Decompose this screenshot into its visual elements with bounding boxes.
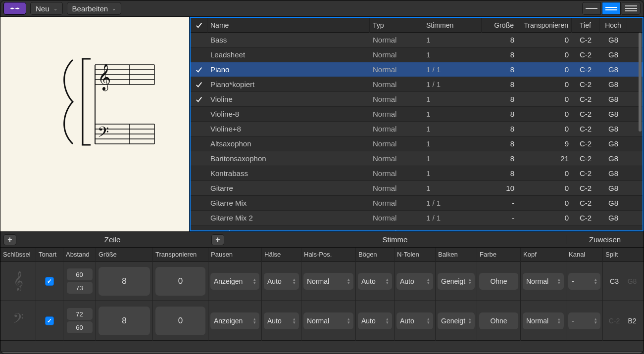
add-stimme-button[interactable]: +	[211, 234, 224, 245]
row-high[interactable]: G8	[599, 47, 627, 62]
color-select[interactable]: Ohne	[477, 262, 521, 301]
row-transpose[interactable]: 21	[517, 151, 572, 166]
row-low[interactable]: C-2	[572, 47, 599, 62]
row-check[interactable]	[191, 47, 207, 62]
col-transpose[interactable]: Transponieren	[517, 18, 572, 33]
key-checkbox[interactable]: ✓	[36, 262, 63, 301]
resize-handle[interactable]	[0, 352, 644, 354]
row-check[interactable]	[191, 151, 207, 166]
chan-select[interactable]: -▴▾	[566, 262, 603, 301]
row-low[interactable]: C-2	[572, 166, 599, 181]
view-expanded[interactable]	[622, 2, 641, 15]
col-type[interactable]: Typ	[370, 18, 423, 33]
clef-selector[interactable]: 𝄢	[0, 301, 36, 341]
row-high[interactable]: G8	[599, 77, 627, 92]
row-high[interactable]: G8	[599, 181, 627, 196]
row-size[interactable]: 8	[482, 136, 517, 151]
table-row[interactable]: Piano*kopiertNormal1 / 180C-2G8	[191, 77, 643, 92]
scrollbar[interactable]	[639, 33, 642, 132]
row-size[interactable]: -	[482, 211, 517, 225]
row-check[interactable]	[191, 122, 207, 136]
row-low[interactable]: C-2	[572, 107, 599, 122]
stempos-select[interactable]: Normal▴▾	[301, 262, 356, 301]
chan-select[interactable]: -▴▾	[566, 301, 603, 341]
row-transpose[interactable]: 0	[517, 122, 572, 136]
row-low[interactable]: C-2	[572, 62, 599, 77]
row-high[interactable]: G8	[599, 62, 627, 77]
stem-select[interactable]: Auto▴▾	[262, 301, 301, 341]
row-transpose[interactable]: 9	[517, 136, 572, 151]
link-button[interactable]	[3, 2, 26, 15]
table-row[interactable]: Horn in EsNormal18-3C-2G8	[191, 225, 643, 230]
row-transpose[interactable]: 0	[517, 92, 572, 107]
col-check[interactable]	[191, 18, 207, 33]
trans-field[interactable]: 0	[153, 262, 208, 301]
col-high[interactable]: Hoch	[599, 18, 627, 33]
distance-field[interactable]: 6073	[63, 262, 96, 301]
row-check[interactable]	[191, 225, 207, 231]
color-select[interactable]: Ohne	[477, 301, 521, 341]
staff-style-table[interactable]: Name Typ Stimmen Größe Transponieren Tie…	[190, 17, 644, 231]
table-row[interactable]: KontrabassNormal180C-2G8	[191, 166, 643, 181]
row-size[interactable]: 8	[482, 151, 517, 166]
beam-select[interactable]: Geneigt▴▾	[436, 301, 477, 341]
row-size[interactable]: 8	[482, 166, 517, 181]
row-check[interactable]	[191, 77, 207, 92]
row-check[interactable]	[191, 107, 207, 122]
stem-select[interactable]: Auto▴▾	[262, 262, 301, 301]
table-row[interactable]: Gitarre Mix 2Normal1 / 1-0C-2G8	[191, 211, 643, 225]
row-transpose[interactable]: 0	[517, 47, 572, 62]
row-high[interactable]: G8	[599, 136, 627, 151]
table-row[interactable]: ViolineNormal180C-2G8	[191, 92, 643, 107]
size-field[interactable]: 8	[96, 262, 153, 301]
head-select[interactable]: Normal▴▾	[521, 262, 566, 301]
row-transpose[interactable]: 0	[517, 211, 572, 225]
table-row[interactable]: Violine+8Normal180C-2G8	[191, 122, 643, 136]
split-field[interactable]: C3 G8	[603, 262, 644, 301]
neu-dropdown[interactable]: Neu ⌄	[30, 2, 63, 15]
bow-select[interactable]: Auto▴▾	[356, 262, 395, 301]
row-transpose[interactable]: 0	[517, 196, 572, 211]
table-row[interactable]: BaritonsaxophonNormal1821C-2G8	[191, 151, 643, 166]
row-transpose[interactable]: 0	[517, 77, 572, 92]
row-size[interactable]: 8	[482, 62, 517, 77]
stempos-select[interactable]: Normal▴▾	[301, 301, 356, 341]
row-low[interactable]: C-2	[572, 77, 599, 92]
row-transpose[interactable]: 0	[517, 62, 572, 77]
row-transpose[interactable]: 0	[517, 181, 572, 196]
add-zeile-button[interactable]: +	[3, 234, 16, 245]
rest-select[interactable]: Anzeigen▴▾	[208, 262, 262, 301]
row-size[interactable]: 8	[482, 77, 517, 92]
row-low[interactable]: C-2	[572, 151, 599, 166]
row-high[interactable]: G8	[599, 151, 627, 166]
row-high[interactable]: G8	[599, 211, 627, 225]
row-size[interactable]: 8	[482, 47, 517, 62]
ntup-select[interactable]: Auto▴▾	[395, 301, 436, 341]
row-size[interactable]: 8	[482, 107, 517, 122]
row-size[interactable]: 8	[482, 122, 517, 136]
col-size[interactable]: Größe	[482, 18, 517, 33]
ntup-select[interactable]: Auto▴▾	[395, 262, 436, 301]
col-low[interactable]: Tief	[572, 18, 599, 33]
split-field[interactable]: C-2 B2	[603, 301, 644, 341]
row-check[interactable]	[191, 181, 207, 196]
col-voices[interactable]: Stimmen	[423, 18, 482, 33]
trans-field[interactable]: 0	[153, 301, 208, 341]
bow-select[interactable]: Auto▴▾	[356, 301, 395, 341]
row-low[interactable]: C-2	[572, 225, 599, 231]
row-size[interactable]: 8	[482, 92, 517, 107]
row-check[interactable]	[191, 62, 207, 77]
table-row[interactable]: Violine-8Normal180C-2G8	[191, 107, 643, 122]
row-transpose[interactable]: 0	[517, 107, 572, 122]
row-transpose[interactable]: 0	[517, 166, 572, 181]
row-high[interactable]: G8	[599, 33, 627, 47]
table-row[interactable]: GitarreNormal1100C-2G8	[191, 181, 643, 196]
row-check[interactable]	[191, 196, 207, 211]
row-size[interactable]: 8	[482, 225, 517, 231]
row-size[interactable]: -	[482, 196, 517, 211]
row-check[interactable]	[191, 211, 207, 225]
row-check[interactable]	[191, 92, 207, 107]
table-row[interactable]: LeadsheetNormal180C-2G8	[191, 47, 643, 62]
distance-field[interactable]: 7260	[63, 301, 96, 341]
row-size[interactable]: 10	[482, 181, 517, 196]
